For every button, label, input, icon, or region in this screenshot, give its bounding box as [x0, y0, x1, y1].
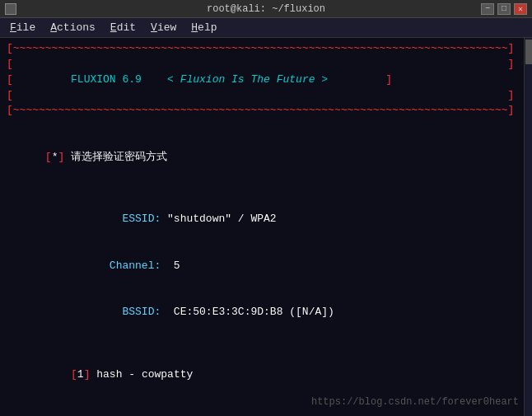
window-title: root@kali: ~/fluxion: [207, 3, 325, 15]
minimize-button[interactable]: −: [481, 3, 494, 15]
banner-left-2: [ ]: [7, 88, 514, 104]
selection-prompt: [*] 请选择验证密码方式: [7, 134, 514, 181]
menu-edit[interactable]: Edit: [104, 20, 142, 35]
window-controls: − □ ✕: [481, 3, 527, 15]
terminal-content: [~~~~~~~~~~~~~~~~~~~~~~~~~~~~~~~~~~~~~~~…: [7, 41, 525, 416]
banner-border-bottom: [~~~~~~~~~~~~~~~~~~~~~~~~~~~~~~~~~~~~~~~…: [7, 103, 514, 119]
scrollbar-thumb[interactable]: [525, 40, 532, 64]
menu-bar: File Actions Edit View Help: [0, 18, 532, 38]
essid-line: ESSID: "shutdown" / WPA2: [7, 196, 514, 243]
banner-border-top: [~~~~~~~~~~~~~~~~~~~~~~~~~~~~~~~~~~~~~~~…: [7, 41, 514, 57]
bssid-line: BSSID: CE:50:E3:3C:9D:B8 ([N/A]): [7, 290, 514, 337]
blank-3: [7, 336, 514, 352]
menu-file[interactable]: File: [3, 20, 42, 35]
watermark: https://blog.csdn.net/forever0heart: [311, 395, 519, 409]
scrollbar[interactable]: [524, 38, 532, 416]
blank-1: [7, 119, 514, 134]
window-icon: [5, 3, 16, 15]
title-bar: root@kali: ~/fluxion − □ ✕: [0, 0, 532, 18]
menu-actions[interactable]: Actions: [44, 20, 102, 35]
menu-view[interactable]: View: [144, 20, 183, 35]
banner-left-1: [ ]: [7, 57, 514, 72]
channel-line: Channel: 5: [7, 243, 514, 290]
title-bar-left: [5, 3, 16, 15]
menu-help[interactable]: Help: [184, 20, 223, 35]
banner-header: [ FLUXION 6.9 < Fluxion Is The Future > …: [7, 72, 514, 88]
blank-2: [7, 181, 514, 197]
close-button[interactable]: ✕: [514, 3, 527, 15]
maximize-button[interactable]: □: [497, 3, 511, 15]
terminal-window: [~~~~~~~~~~~~~~~~~~~~~~~~~~~~~~~~~~~~~~~…: [0, 38, 532, 416]
option1-line: [1] hash - cowpatty: [7, 352, 514, 399]
